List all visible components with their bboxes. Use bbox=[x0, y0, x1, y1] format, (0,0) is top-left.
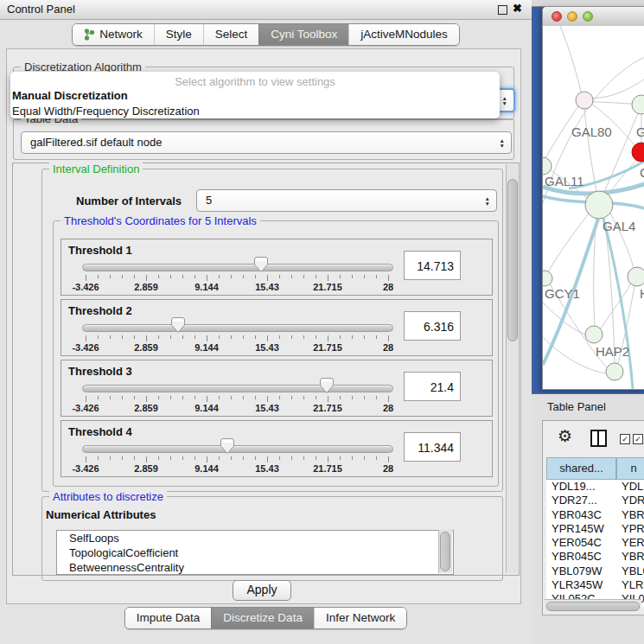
attributes-list-scrollbar[interactable] bbox=[438, 530, 452, 573]
threshold-value-field[interactable]: 6.316 bbox=[404, 311, 461, 341]
combo-stepper-icon[interactable]: ▲▼ bbox=[502, 96, 507, 105]
network-edge[interactable] bbox=[584, 109, 596, 191]
attribute-item-topologicalcoefficient[interactable]: TopologicalCoefficient bbox=[57, 545, 453, 560]
close-traffic-light-icon[interactable] bbox=[552, 11, 562, 22]
network-node-green[interactable] bbox=[543, 157, 552, 175]
slider-scale-label: 28 bbox=[383, 282, 393, 292]
threshold-slider-thumb[interactable] bbox=[170, 316, 186, 334]
threshold-value-field[interactable]: 14.713 bbox=[404, 251, 461, 280]
node-label-gal11: GAL11 bbox=[545, 174, 584, 188]
slider-tick bbox=[267, 335, 268, 341]
slider-tick bbox=[219, 335, 220, 339]
threshold-panel-4: Threshold 4-3.4262.8599.14415.4321.71528… bbox=[61, 420, 493, 477]
slider-tick bbox=[170, 335, 171, 339]
gear-icon[interactable]: ⚙ bbox=[558, 426, 572, 446]
threshold-slider-track[interactable] bbox=[82, 324, 393, 332]
table-row[interactable]: YPR145WYPR1 bbox=[546, 522, 644, 536]
network-node-green[interactable] bbox=[632, 95, 644, 114]
threshold-slider-thumb[interactable] bbox=[319, 377, 335, 394]
table-row[interactable]: YLR345WYLR3 bbox=[546, 578, 644, 592]
number-of-intervals-combobox[interactable]: 5 ▲▼ bbox=[196, 189, 497, 212]
cell-shared-name: YBR043C bbox=[546, 508, 616, 521]
tab-select[interactable]: Select bbox=[203, 24, 259, 45]
threshold-value-field[interactable]: 11.344 bbox=[404, 432, 461, 462]
network-edge[interactable] bbox=[601, 283, 631, 328]
network-node-green[interactable] bbox=[543, 271, 552, 286]
threshold-value-field[interactable]: 21.4 bbox=[404, 372, 461, 401]
network-edge[interactable] bbox=[560, 26, 581, 92]
close-icon[interactable]: ✖ bbox=[513, 2, 522, 15]
attribute-item-betweennesscentrality[interactable]: BetweennessCentrality bbox=[57, 560, 453, 575]
threshold-slider-thumb[interactable] bbox=[220, 437, 235, 455]
network-node-green[interactable] bbox=[606, 363, 623, 380]
tab-impute-data[interactable]: Impute Data bbox=[125, 608, 212, 628]
table-data-combobox[interactable]: galFiltered.sif default node ▲▼ bbox=[21, 131, 512, 154]
zoom-traffic-light-icon[interactable] bbox=[583, 11, 593, 22]
cell-name: YDL1 bbox=[616, 480, 644, 493]
checkbox-icon[interactable]: ✓ bbox=[620, 434, 630, 444]
tab-cyni-toolbox[interactable]: Cyni Toolbox bbox=[258, 24, 348, 45]
cell-name: YBL0 bbox=[616, 564, 644, 577]
slider-tick bbox=[122, 275, 123, 278]
threshold-slider-track[interactable] bbox=[82, 264, 393, 271]
slider-tick bbox=[134, 396, 135, 399]
top-tab-segments: NetworkStyleSelectCyni ToolboxjActiveMNo… bbox=[72, 23, 460, 46]
combo-stepper-icon[interactable]: ▲▼ bbox=[485, 196, 490, 206]
table-panel-body: ⚙ ✓ ✓ shared... n YDL19...YDL1YDR27...YD… bbox=[542, 420, 644, 615]
slider-scale-label: 21.715 bbox=[313, 342, 342, 353]
table-horizontal-scrollbar[interactable] bbox=[545, 599, 641, 611]
float-window-icon[interactable] bbox=[498, 5, 507, 15]
threshold-slider-thumb[interactable] bbox=[253, 256, 269, 273]
table-row[interactable]: YBR043CYBR0 bbox=[546, 508, 644, 522]
slider-tick bbox=[352, 456, 353, 460]
slider-tick bbox=[207, 396, 207, 402]
node-label-gal4: GAL4 bbox=[603, 219, 635, 233]
slider-tick bbox=[303, 456, 304, 460]
tab-jactivemnodules[interactable]: jActiveMNodules bbox=[348, 24, 459, 45]
slider-tick bbox=[146, 396, 147, 402]
table-row[interactable]: YER054CYER0 bbox=[546, 536, 644, 550]
network-node-pink[interactable] bbox=[576, 92, 593, 109]
slider-scale-label: -3.426 bbox=[72, 342, 99, 353]
tab-infer-network[interactable]: Infer Network bbox=[314, 608, 406, 628]
tab-network[interactable]: Network bbox=[73, 24, 154, 45]
threshold-slider-track[interactable] bbox=[82, 385, 393, 392]
network-edge[interactable] bbox=[593, 102, 632, 104]
threshold-slider-track[interactable] bbox=[82, 445, 393, 453]
column-header-shared-name[interactable]: shared... bbox=[546, 457, 616, 480]
algorithm-option-equal-width-frequency-discretization[interactable]: Equal Width/Frequency Discretization bbox=[10, 103, 500, 118]
apply-button[interactable]: Apply bbox=[233, 580, 291, 601]
network-node-green[interactable] bbox=[585, 191, 613, 219]
attribute-item-selfloops[interactable]: SelfLoops bbox=[57, 531, 453, 545]
slider-tick bbox=[194, 275, 195, 278]
network-canvas[interactable]: GAL80GAGAL11CGAL4GCY1HHAP2 bbox=[543, 26, 644, 389]
table-hscrollbar-thumb[interactable] bbox=[546, 602, 640, 611]
slider-tick bbox=[219, 275, 220, 278]
network-edge[interactable] bbox=[586, 78, 644, 98]
checkbox-icon[interactable]: ✓ bbox=[633, 434, 643, 444]
attributes-scrollbar-thumb[interactable] bbox=[440, 532, 450, 571]
combo-stepper-icon[interactable]: ▲▼ bbox=[500, 138, 505, 148]
tab-style[interactable]: Style bbox=[154, 24, 203, 45]
table-row[interactable]: YBR045CYBR0 bbox=[546, 550, 644, 564]
slider-tick bbox=[182, 335, 183, 339]
table-row[interactable]: YDR27...YDR2 bbox=[546, 494, 644, 507]
settings-scrollbar[interactable] bbox=[506, 164, 518, 573]
network-node-green[interactable] bbox=[585, 326, 603, 343]
settings-scrollbar-thumb[interactable] bbox=[507, 179, 518, 341]
table-row[interactable]: YDL19...YDL1 bbox=[546, 480, 644, 494]
network-node-red[interactable] bbox=[632, 143, 644, 162]
tab-discretize-data[interactable]: Discretize Data bbox=[211, 608, 314, 628]
slider-tick bbox=[243, 456, 244, 460]
columns-icon[interactable] bbox=[590, 430, 607, 447]
thresholds-title: Threshold's Coordinates for 5 Intervals bbox=[61, 214, 260, 227]
column-header-name[interactable]: n bbox=[616, 457, 644, 480]
table-row[interactable]: YBL079WYBL0 bbox=[546, 564, 644, 578]
numerical-attributes-list[interactable]: SelfLoopsTopologicalCoefficientBetweenne… bbox=[56, 530, 454, 575]
algorithm-option-manual-discretization[interactable]: Manual Discretization bbox=[10, 87, 500, 103]
cell-shared-name: YPR145W bbox=[546, 522, 616, 535]
minimize-traffic-light-icon[interactable] bbox=[567, 11, 577, 22]
slider-tick bbox=[291, 335, 292, 339]
slider-scale-label: 15.43 bbox=[255, 282, 279, 292]
network-node-green[interactable] bbox=[628, 267, 644, 286]
